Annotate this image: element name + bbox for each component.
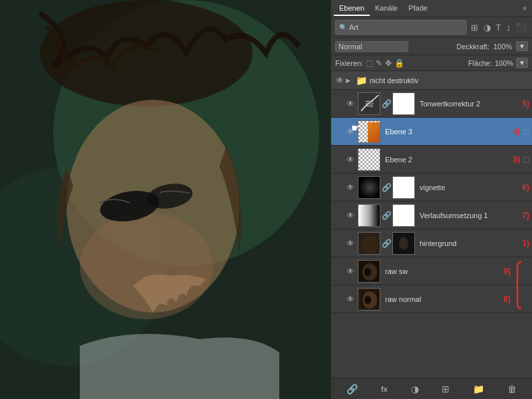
layer-row[interactable]: 👁 raw sw 9) (331, 257, 532, 285)
layer-thumb-ebene3 (358, 120, 380, 143)
layer-eye-ebene3[interactable]: 👁 (344, 127, 356, 136)
layer-group-header[interactable]: 👁 ▶ 📁 nicht destruktiv (331, 71, 532, 90)
layer-name-hintergrund: hintergrund (420, 239, 521, 247)
layer-thumb-vignette (358, 176, 380, 199)
search-input-wrapper[interactable]: 🔍 (335, 20, 467, 35)
layer-mask-hintergrund (392, 232, 415, 255)
layer-name-rawsw: raw sw (385, 267, 502, 275)
layer-eye-tonwert[interactable]: 👁 (344, 99, 356, 108)
hintergrund-mask-svg (398, 232, 410, 255)
layer-name-verlauf: Verlaufsumsetzung 1 (420, 211, 521, 219)
layer-name-vignette: vignette (420, 184, 521, 192)
layer-row[interactable]: 👁 🔗 vignette 6) (331, 174, 532, 201)
layer-link-tonwert: 🔗 (382, 99, 391, 108)
tab-kanale[interactable]: Kanäle (370, 1, 403, 16)
tab-pfade[interactable]: Pfade (403, 1, 433, 16)
group-collapse-triangle[interactable]: ▶ (346, 77, 355, 84)
bottom-trash-icon[interactable]: 🗑 (505, 382, 519, 396)
blend-mode-select[interactable]: Normal Multiplizieren Abwedeln (335, 41, 408, 52)
layer-mask-verlauf (392, 204, 415, 227)
layer-row[interactable]: 👁 ☛ Ebene 3 4) ⬚ (331, 118, 532, 146)
layer-thumb-ebene2 (358, 148, 380, 171)
layer-mask-vignette (392, 176, 415, 199)
layer-row[interactable]: 👁 raw normal 8) (331, 285, 532, 313)
fix-label: Fixieren: (335, 59, 363, 67)
layer-thumb-verlauf (358, 204, 380, 227)
layer-eye-rawnormal[interactable]: 👁 (344, 295, 356, 304)
fill-value: 100% (495, 59, 513, 67)
fix-icon-draw[interactable]: ✎ (376, 59, 382, 68)
search-bar: 🔍 ⊞ ◑ T ↕ ⬛ (331, 17, 532, 38)
fix-icon-move[interactable]: ✥ (385, 59, 392, 68)
bottom-adjustment-icon[interactable]: ⊞ (439, 382, 452, 396)
layer-name-ebene3: Ebene 3 (385, 128, 511, 136)
layer-row[interactable]: 👁 🔗 hintergrund 1) (331, 229, 532, 257)
layer-thumb-rawnormal (358, 288, 380, 311)
opacity-value: 100% (493, 43, 512, 51)
layer-link-vignette: 🔗 (382, 183, 391, 192)
layer-eye-ebene2[interactable]: 👁 (344, 155, 356, 164)
layer-eye-vignette[interactable]: 👁 (344, 183, 356, 192)
svg-point-13 (362, 236, 378, 255)
layer-mask-tonwert (392, 92, 415, 115)
bottom-link-icon[interactable]: 🔗 (344, 382, 360, 396)
svg-point-18 (364, 268, 371, 276)
vignette-thumb-svg (358, 176, 380, 199)
bottom-group-icon[interactable]: 📁 (470, 382, 487, 396)
search-icon: 🔍 (339, 24, 347, 31)
layer-badge-rawnormal: 8) (503, 295, 511, 304)
layer-extra-ebene2[interactable]: ⬚ (523, 155, 529, 164)
curves-thumb-svg (358, 92, 380, 115)
layer-thumb-hintergrund (358, 232, 380, 255)
svg-rect-11 (358, 176, 380, 199)
layer-badge-vignette: 6) (522, 183, 529, 192)
group-folder-icon: 📁 (355, 75, 367, 86)
filter-text-icon[interactable]: T (495, 22, 503, 33)
group-visibility-eye[interactable]: 👁 (334, 76, 346, 85)
layer-badge-ebene2: 3) (513, 155, 520, 164)
filter-shape-icon[interactable]: ↕ (505, 22, 513, 33)
svg-point-5 (80, 213, 213, 319)
search-icons-row: ⊞ ◑ T ↕ ⬛ (469, 22, 528, 33)
layer-row[interactable]: 👁 🔗 Tonwertkorrektur 2 5) (331, 90, 532, 118)
layer-name-tonwert: Tonwertkorrektur 2 (420, 100, 521, 108)
canvas-area (0, 0, 331, 399)
fill-dropdown-btn[interactable]: ▼ (516, 58, 528, 68)
layer-row[interactable]: 👁 Ebene 2 3) ⬚ (331, 146, 532, 174)
opacity-dropdown-btn[interactable]: ▼ (516, 41, 528, 51)
tab-ebenen[interactable]: Ebenen (334, 1, 370, 16)
layer-badge-hintergrund: 1) (522, 239, 529, 248)
layer-eye-verlauf[interactable]: 👁 (344, 211, 356, 220)
search-input[interactable] (349, 23, 402, 31)
canvas-image (0, 0, 331, 399)
hintergrund-thumb-svg (358, 232, 380, 255)
fix-icon-lock[interactable]: 🔒 (394, 59, 404, 68)
layer-badge-tonwert: 5) (522, 99, 529, 108)
fix-icon-position[interactable]: ⬚ (366, 59, 373, 68)
layer-extra-ebene3[interactable]: ⬚ (523, 127, 529, 136)
layer-badge-ebene3: 4) (513, 127, 520, 136)
filter-image-icon[interactable]: ⊞ (469, 22, 479, 33)
brace-group: 👁 raw sw 9) 👁 (331, 257, 532, 313)
layer-eye-hintergrund[interactable]: 👁 (344, 239, 356, 248)
layer-name-rawnormal: raw normal (385, 295, 502, 303)
bottom-mask-icon[interactable]: ◑ (408, 382, 422, 396)
photo-svg (0, 0, 331, 399)
red-brace-container (515, 259, 528, 312)
filter-smart-icon[interactable]: ⬛ (515, 22, 528, 33)
layers-list: 👁 ▶ 📁 nicht destruktiv 👁 🔗 Tonwertkorrek… (331, 71, 532, 378)
layer-eye-rawsw[interactable]: 👁 (344, 267, 356, 276)
rawsw-thumb-svg (358, 260, 380, 283)
orange-part (368, 122, 380, 142)
panel-collapse-icon[interactable]: ≡ (520, 3, 529, 13)
layer-row[interactable]: 👁 🔗 Verlaufsumsetzung 1 7) (331, 201, 532, 229)
filter-adjust-icon[interactable]: ◑ (482, 22, 492, 33)
fix-row: Fixieren: ⬚ ✎ ✥ 🔒 Fläche: 100% ▼ (331, 55, 532, 71)
svg-rect-8 (358, 92, 380, 115)
bottom-fx-icon[interactable]: fx (378, 384, 390, 394)
layer-badge-verlauf: 7) (522, 211, 529, 220)
red-brace-svg (515, 259, 528, 312)
tab-bar: Ebenen Kanäle Pfade ≡ (331, 0, 532, 17)
fill-label: Fläche: (468, 59, 492, 67)
layer-badge-rawsw: 9) (503, 267, 511, 276)
